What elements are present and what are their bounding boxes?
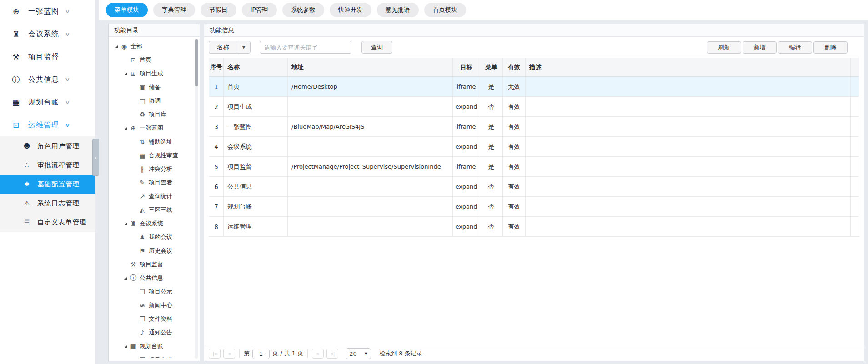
add-button[interactable]: 新增 — [743, 41, 777, 54]
query-button[interactable]: 查询 — [361, 41, 392, 54]
tree-node-10[interactable]: ∦冲突分析 — [109, 162, 200, 176]
next-page-button[interactable]: » — [312, 349, 324, 359]
submenu-item-5[interactable]: ☰自定义表单管理 — [0, 213, 95, 232]
briefcase-icon: ▣ — [138, 84, 146, 91]
tree-node-9[interactable]: ▦合规性审查 — [109, 149, 200, 162]
tree-expand-caret-icon[interactable] — [124, 222, 127, 225]
tree-node-16[interactable]: ⚑历史会议 — [109, 244, 200, 258]
table-row-7[interactable]: 7规划台账expand否有效 — [209, 197, 859, 217]
row-scroll-spacer — [851, 97, 859, 116]
sidebar-item-3[interactable]: ⚒项目监督 — [0, 45, 95, 68]
page-size-select[interactable]: 20 ▼ — [346, 348, 371, 359]
table-row-4[interactable]: 4会议系统expand是有效 — [209, 137, 859, 157]
page-suffix-label: 页 / 共 1 页 — [272, 349, 303, 358]
table-row-8[interactable]: 8运维管理expand否有效 — [209, 217, 859, 237]
submenu-item-4[interactable]: ⚠系统日志管理 — [0, 194, 95, 213]
tab-1[interactable]: 菜单模块 — [106, 3, 148, 17]
table-row-5[interactable]: 5项目监督/ProjectManage/Project_Supervise/Su… — [209, 157, 859, 177]
delete-button[interactable]: 删除 — [813, 41, 848, 54]
tree-node-23[interactable]: ▦规划台账 — [109, 339, 200, 353]
tab-2[interactable]: 字典管理 — [153, 3, 195, 17]
tree-node-18[interactable]: ⓘ公共信息 — [109, 271, 200, 285]
cell-desc — [526, 197, 851, 216]
tree-node-24[interactable]: ❐项目台账 — [109, 353, 200, 358]
tree-expand-caret-icon[interactable] — [124, 72, 127, 75]
tree-scrollbar-thumb[interactable] — [195, 39, 198, 86]
tree-node-14[interactable]: ♜会议系统 — [109, 217, 200, 230]
cell-url: /ProjectManage/Project_Supervise/Supervi… — [288, 157, 453, 176]
cell-name: 运维管理 — [224, 217, 288, 236]
cell-url — [288, 177, 453, 196]
tree-node-label: 首页 — [140, 56, 151, 64]
cell-url — [288, 217, 453, 236]
table-row-2[interactable]: 2项目生成expand否有效 — [209, 97, 859, 117]
tree-node-label: 冲突分析 — [149, 165, 172, 173]
tree-node-4[interactable]: ▣储备 — [109, 80, 200, 94]
chevron-down-icon: ∨ — [65, 99, 70, 105]
line-chart-icon: ↗ — [138, 193, 146, 200]
sidebar-item-2[interactable]: ♜会议系统∨ — [0, 23, 95, 45]
first-page-button[interactable]: |« — [209, 349, 221, 359]
table-row-6[interactable]: 6公共信息expand否有效 — [209, 177, 859, 197]
cell-valid: 有效 — [503, 177, 526, 196]
sidebar-item-label: 会议系统 — [28, 30, 59, 39]
tree-node-2[interactable]: ⊡首页 — [109, 53, 200, 67]
sidebar-item-1[interactable]: ⊕一张蓝图∨ — [0, 0, 95, 23]
tree-node-11[interactable]: ✎项目查看 — [109, 176, 200, 189]
refresh-button[interactable]: 刷新 — [707, 41, 741, 54]
tree-node-21[interactable]: ❒文件资料 — [109, 312, 200, 326]
tab-5[interactable]: 系统参数 — [282, 3, 324, 17]
last-page-button[interactable]: »| — [326, 349, 338, 359]
building-icon: ▦ — [10, 98, 22, 107]
table-row-1[interactable]: 1首页/Home/Desktopiframe是无效 — [209, 77, 859, 97]
column-header-target: 目标 — [453, 58, 480, 76]
submenu-item-3[interactable]: ✱基础配置管理 — [0, 175, 95, 194]
tab-3[interactable]: 节假日 — [201, 3, 236, 17]
tree-expand-caret-icon[interactable] — [124, 127, 127, 130]
submenu-item-1[interactable]: ☻角色用户管理 — [0, 136, 95, 155]
chevron-down-icon: ∨ — [65, 76, 70, 83]
tree-node-1[interactable]: ◉全部 — [109, 40, 200, 53]
cell-target: iframe — [453, 157, 480, 176]
edit-button[interactable]: 编辑 — [778, 41, 812, 54]
tree-expand-caret-icon[interactable] — [115, 45, 118, 48]
asterisk-icon: ✱ — [22, 180, 32, 188]
cell-desc — [526, 117, 851, 136]
table-row-3[interactable]: 3一张蓝图/BlueMap/Map/ArcGIS4JSiframe是有效 — [209, 117, 859, 137]
tree-node-8[interactable]: ⇅辅助选址 — [109, 135, 200, 149]
tree-node-label: 项目生成 — [140, 70, 163, 78]
cell-desc — [526, 137, 851, 156]
tree-expand-caret-icon[interactable] — [124, 345, 127, 348]
page-number-input[interactable] — [252, 349, 270, 359]
sidebar-item-4[interactable]: ⓘ公共信息∨ — [0, 68, 95, 91]
tree-node-19[interactable]: ❏项目公示 — [109, 285, 200, 299]
tab-6[interactable]: 快速开发 — [330, 3, 371, 17]
tree-node-12[interactable]: ↗查询统计 — [109, 189, 200, 203]
tree-node-20[interactable]: ≋新闻中心 — [109, 299, 200, 312]
tab-7[interactable]: 意见批语 — [377, 3, 419, 17]
tree-node-6[interactable]: ♻项目库 — [109, 108, 200, 121]
tree-node-label: 规划台账 — [140, 342, 163, 350]
tab-8[interactable]: 首页模块 — [424, 3, 466, 17]
tree-expand-caret-icon[interactable] — [124, 277, 127, 280]
sidebar-item-5[interactable]: ▦规划台账∨ — [0, 91, 95, 114]
search-field-button[interactable]: 名称 — [209, 41, 237, 54]
cell-valid: 有效 — [503, 197, 526, 216]
sidebar-item-label: 规划台账 — [28, 98, 59, 107]
sidebar-item-6[interactable]: ⊡运维管理∨ — [0, 114, 95, 136]
tree-node-17[interactable]: ⚒项目监督 — [109, 258, 200, 271]
tree-node-22[interactable]: ♪通知公告 — [109, 326, 200, 339]
search-input[interactable] — [260, 41, 351, 54]
tree-node-13[interactable]: ◭三区三线 — [109, 203, 200, 217]
tree-node-label: 辅助选址 — [149, 138, 172, 146]
tree-node-label: 项目查看 — [149, 179, 172, 187]
tree-node-15[interactable]: ♟我的会议 — [109, 230, 200, 244]
tree-node-7[interactable]: ⊕一张蓝图 — [109, 121, 200, 135]
search-field-caret-icon[interactable]: ▼ — [237, 41, 251, 54]
submenu-item-2[interactable]: ∴审批流程管理 — [0, 155, 95, 175]
tree-node-5[interactable]: ▤协调 — [109, 94, 200, 108]
prev-page-button[interactable]: « — [223, 349, 235, 359]
sidebar-collapse-handle[interactable]: ‹ — [92, 139, 99, 176]
tab-4[interactable]: IP管理 — [242, 3, 277, 17]
tree-node-3[interactable]: ⊞项目生成 — [109, 67, 200, 80]
